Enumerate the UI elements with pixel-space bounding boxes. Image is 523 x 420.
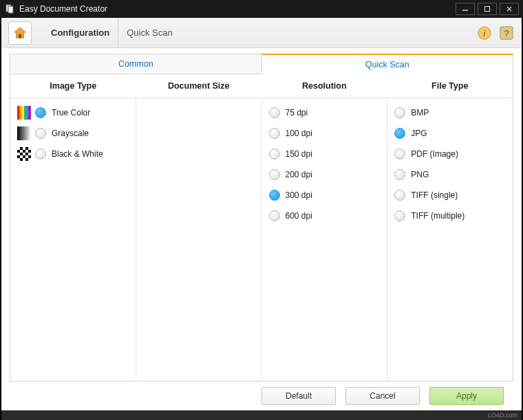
radio-option[interactable]: 150 dpi (269, 144, 381, 164)
minimize-button[interactable] (456, 3, 475, 15)
column-file-type: BMPJPGPDF (Image)PNGTIFF (single)TIFF (m… (387, 98, 513, 381)
default-button[interactable]: Default (262, 387, 336, 405)
help-button[interactable]: ? (498, 25, 515, 41)
option-label: BMP (411, 108, 429, 118)
apply-button[interactable]: Apply (429, 387, 504, 405)
option-label: 600 dpi (286, 211, 312, 221)
option-label: 150 dpi (286, 149, 312, 159)
close-button[interactable] (500, 3, 519, 15)
maximize-button[interactable] (478, 3, 497, 15)
radio-indicator (269, 190, 280, 201)
column-document-size (136, 98, 262, 381)
radio-indicator (269, 210, 280, 221)
settings-panel: Image Type Document Size Resolution File… (10, 74, 513, 382)
radio-indicator (394, 190, 405, 201)
breadcrumb-quick-scan[interactable]: Quick Scan (118, 18, 180, 48)
window-title: Easy Document Creator (19, 4, 453, 14)
status-bar: LO4D.com (1, 410, 522, 420)
info-icon: i (477, 25, 492, 41)
radio-indicator (35, 128, 46, 139)
radio-option[interactable]: 300 dpi (269, 185, 381, 206)
radio-option[interactable]: TIFF (single) (394, 185, 506, 206)
option-label: TIFF (single) (411, 190, 458, 200)
radio-indicator (269, 148, 280, 159)
cancel-button[interactable]: Cancel (345, 387, 420, 405)
color-swatch-icon (17, 147, 31, 161)
column-image-type: True ColorGrayscaleBlack & White (10, 98, 136, 381)
radio-option[interactable]: 200 dpi (269, 164, 381, 185)
option-label: Black & White (52, 149, 103, 159)
header-resolution: Resolution (262, 81, 387, 91)
tab-common[interactable]: Common (10, 54, 262, 74)
option-label: TIFF (multiple) (411, 211, 465, 221)
home-icon (12, 25, 28, 41)
option-label: 100 dpi (286, 129, 312, 138)
radio-indicator (35, 107, 46, 118)
radio-option[interactable]: Black & White (17, 144, 129, 164)
radio-option[interactable]: BMP (394, 102, 506, 123)
status-text: LO4D.com (488, 412, 517, 419)
info-button[interactable]: i (476, 25, 493, 41)
columns-body: True ColorGrayscaleBlack & White 75 dpi1… (10, 98, 513, 381)
radio-indicator (394, 107, 405, 118)
option-label: Grayscale (52, 129, 89, 138)
radio-option[interactable]: 600 dpi (269, 206, 381, 226)
home-button[interactable] (8, 21, 32, 45)
radio-indicator (269, 128, 280, 139)
breadcrumb-configuration[interactable]: Configuration (43, 18, 118, 48)
radio-indicator (394, 210, 405, 221)
radio-indicator (269, 107, 280, 118)
option-label: PNG (411, 170, 429, 179)
radio-option[interactable]: PDF (Image) (394, 144, 506, 164)
column-headers: Image Type Document Size Resolution File… (10, 74, 513, 98)
radio-indicator (35, 148, 46, 159)
color-swatch-icon (17, 126, 31, 140)
radio-option[interactable]: 100 dpi (269, 123, 381, 144)
radio-option[interactable]: TIFF (multiple) (394, 206, 506, 226)
option-label: 300 dpi (286, 190, 312, 200)
footer: Default Cancel Apply (10, 382, 513, 410)
content: Common Quick Scan Image Type Document Si… (1, 48, 522, 410)
radio-option[interactable]: Grayscale (17, 123, 129, 144)
tab-strip: Common Quick Scan (10, 54, 513, 74)
option-label: JPG (411, 129, 427, 138)
column-resolution: 75 dpi100 dpi150 dpi200 dpi300 dpi600 dp… (262, 98, 388, 381)
radio-indicator (269, 169, 280, 180)
header-document-size: Document Size (136, 81, 262, 91)
option-label: True Color (52, 108, 90, 118)
option-label: PDF (Image) (411, 149, 458, 159)
help-icon: ? (499, 25, 514, 41)
window-body: Configuration Quick Scan i ? Common Quic… (1, 18, 522, 410)
svg-rect-3 (485, 7, 490, 12)
svg-rect-1 (8, 6, 13, 13)
color-swatch-icon (17, 106, 31, 120)
radio-option[interactable]: True Color (17, 102, 129, 123)
header-image-type: Image Type (10, 81, 136, 91)
radio-option[interactable]: JPG (394, 123, 506, 144)
radio-indicator (394, 148, 405, 159)
svg-text:?: ? (504, 27, 509, 38)
option-label: 75 dpi (286, 108, 308, 118)
radio-option[interactable]: PNG (394, 164, 506, 185)
header-file-type: File Type (387, 81, 513, 91)
toolbar: Configuration Quick Scan i ? (1, 18, 522, 48)
app-icon (4, 3, 15, 14)
radio-indicator (394, 169, 405, 180)
option-label: 200 dpi (286, 170, 312, 179)
svg-rect-6 (19, 34, 21, 38)
titlebar: Easy Document Creator (0, 0, 523, 18)
radio-indicator (394, 128, 405, 139)
radio-option[interactable]: 75 dpi (269, 102, 381, 123)
tab-quick-scan[interactable]: Quick Scan (262, 54, 514, 74)
